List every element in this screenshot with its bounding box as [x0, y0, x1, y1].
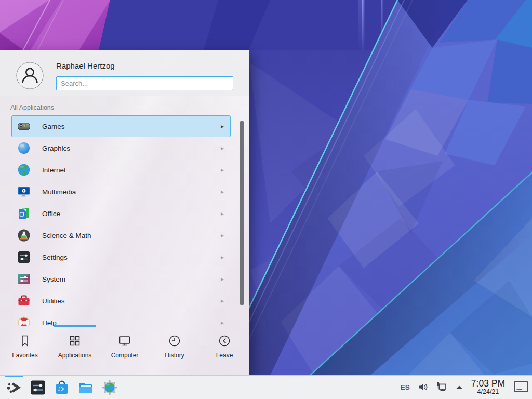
category-list: Games ▸ Graphics ▸ — [0, 115, 249, 326]
submenu-arrow-icon: ▸ — [221, 210, 224, 217]
category-label: Graphics — [42, 144, 70, 152]
file-manager-button[interactable] — [76, 376, 96, 399]
leave-icon — [218, 334, 231, 348]
search-input[interactable] — [61, 77, 233, 90]
scrollbar[interactable] — [240, 121, 244, 305]
submenu-arrow-icon: ▸ — [221, 320, 224, 326]
grid-icon — [68, 334, 82, 348]
category-row-settings[interactable]: Settings ▸ — [11, 246, 231, 268]
expand-tray-caret-icon[interactable] — [455, 382, 464, 392]
tab-history[interactable]: History — [150, 326, 200, 375]
discover-icon — [54, 379, 70, 396]
help-category-icon — [17, 315, 31, 326]
graphics-category-icon — [17, 141, 31, 155]
category-label: System — [42, 275, 65, 283]
science-category-icon — [17, 228, 31, 243]
tab-label: Leave — [216, 352, 233, 359]
search-box — [56, 76, 233, 90]
category-row-utilities[interactable]: Utilities ▸ — [11, 290, 231, 312]
utilities-category-icon — [17, 294, 31, 308]
tab-applications[interactable]: Applications — [50, 326, 100, 375]
system-settings-button[interactable] — [28, 376, 48, 399]
clock-icon — [168, 334, 181, 348]
submenu-arrow-icon: ▸ — [221, 232, 224, 238]
system-settings-icon — [30, 379, 46, 396]
application-launcher-button[interactable] — [4, 376, 24, 399]
submenu-arrow-icon: ▸ — [221, 145, 224, 151]
system-category-icon — [17, 272, 31, 286]
tab-label: Computer — [111, 352, 139, 359]
category-label: Office — [42, 210, 60, 218]
globe-gear-icon — [101, 379, 118, 396]
category-row-internet[interactable]: Internet ▸ — [11, 159, 231, 181]
clock-time: 7:03 PM — [471, 379, 505, 389]
tab-favorites[interactable]: Favorites — [0, 326, 50, 375]
show-desktop-button[interactable] — [513, 379, 529, 395]
internet-category-icon — [17, 163, 31, 177]
submenu-arrow-icon: ▸ — [221, 167, 224, 173]
clock-date: 4/24/21 — [477, 389, 499, 396]
digital-clock[interactable]: 7:03 PM 4/24/21 — [471, 379, 505, 395]
category-label: Utilities — [42, 297, 65, 305]
settings-category-icon — [17, 250, 31, 264]
application-launcher-menu: Raphael Hertzog All Applications — [0, 50, 249, 375]
taskbar: ES 7:03 PM 4/24/21 — [0, 375, 532, 399]
tab-leave[interactable]: Leave — [200, 326, 249, 375]
category-row-system[interactable]: System ▸ — [11, 268, 231, 290]
system-tray: ES 7:03 PM 4/24/21 — [401, 379, 529, 395]
submenu-arrow-icon: ▸ — [221, 123, 224, 129]
launcher-tab-bar: Favorites Applications Computer — [0, 326, 249, 375]
keyboard-layout-indicator[interactable]: ES — [401, 383, 410, 391]
category-label: Science & Math — [42, 232, 91, 240]
category-label: Multimedia — [42, 188, 76, 196]
office-category-icon — [17, 206, 31, 221]
multimedia-category-icon — [17, 184, 31, 199]
submenu-arrow-icon: ▸ — [221, 276, 224, 282]
tab-label: History — [165, 352, 184, 359]
category-row-games[interactable]: Games ▸ — [11, 115, 231, 137]
user-name: Raphael Hertzog — [56, 61, 115, 70]
web-browser-button[interactable] — [100, 376, 119, 399]
volume-icon[interactable] — [417, 381, 429, 393]
submenu-arrow-icon: ▸ — [221, 254, 224, 260]
computer-icon — [118, 334, 131, 348]
category-row-graphics[interactable]: Graphics ▸ — [11, 137, 231, 159]
category-label: Settings — [42, 254, 68, 261]
network-icon[interactable] — [436, 381, 447, 393]
category-label: Internet — [42, 166, 66, 174]
section-label: All Applications — [10, 104, 54, 111]
bookmark-icon — [18, 334, 32, 348]
launcher-header: Raphael Hertzog — [0, 50, 249, 96]
category-row-office[interactable]: Office ▸ — [11, 203, 231, 224]
desktop: Raphael Hertzog All Applications — [0, 0, 532, 399]
user-avatar[interactable] — [16, 62, 44, 89]
tab-computer[interactable]: Computer — [100, 326, 150, 375]
category-row-science[interactable]: Science & Math ▸ — [11, 224, 231, 246]
tab-label: Applications — [58, 352, 92, 359]
category-row-help[interactable]: Help ▸ — [11, 312, 231, 326]
discover-button[interactable] — [52, 376, 72, 399]
tab-label: Favorites — [12, 352, 37, 359]
kickoff-icon — [6, 379, 22, 396]
submenu-arrow-icon: ▸ — [221, 298, 224, 304]
category-row-multimedia[interactable]: Multimedia ▸ — [11, 181, 231, 203]
folder-icon — [77, 379, 94, 396]
text-caret — [60, 79, 60, 87]
submenu-arrow-icon: ▸ — [221, 189, 224, 195]
category-label: Games — [42, 123, 65, 130]
games-category-icon — [17, 119, 31, 134]
